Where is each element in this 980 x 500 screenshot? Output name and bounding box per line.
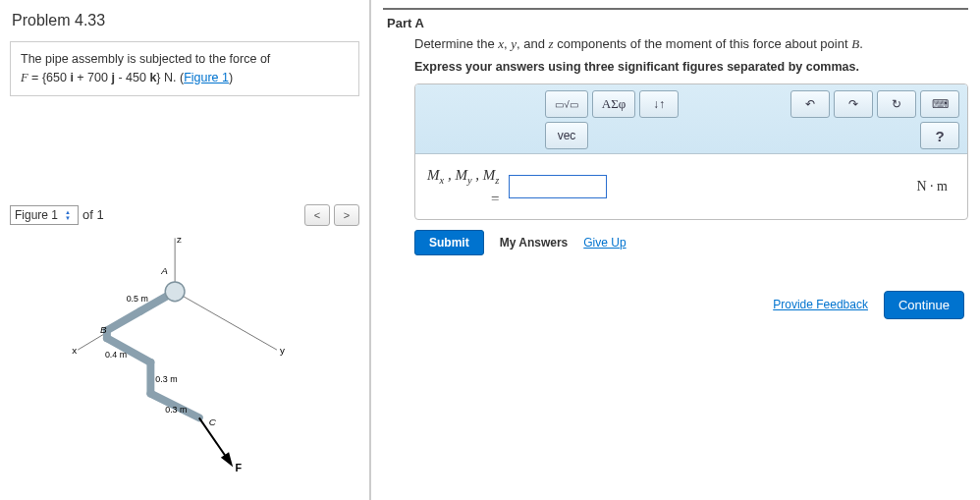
dim-0-3m-a: 0.3 m <box>155 373 177 383</box>
axis-y-label: y <box>280 345 285 356</box>
problem-statement: The pipe assembly is subjected to the fo… <box>10 41 359 96</box>
instruction-text: Express your answers using three signifi… <box>414 60 968 74</box>
reset-button[interactable]: ↻ <box>877 90 916 118</box>
figure-link-close: ) <box>229 71 233 84</box>
templates-button[interactable]: ▭√▭ <box>545 90 588 118</box>
problem-title: Problem 4.33 <box>12 12 357 29</box>
subscript-order-button[interactable]: ↓↑ <box>639 90 679 118</box>
greek-button[interactable]: ΑΣφ <box>592 90 635 118</box>
figure-next-button[interactable]: > <box>334 204 359 226</box>
question-text: Determine the x, y, and z components of … <box>414 36 968 52</box>
provide-feedback-link[interactable]: Provide Feedback <box>773 298 868 311</box>
submit-button[interactable]: Submit <box>414 230 484 255</box>
dim-0-3m-b: 0.3 m <box>165 405 187 415</box>
continue-button[interactable]: Continue <box>884 291 964 319</box>
dim-0-5m: 0.5 m <box>127 293 148 303</box>
answer-shell: ▭√▭ ΑΣφ ↓↑ ↶ ↷ ↻ ⌨ vec ? Mx , My , Mz= <box>414 83 968 220</box>
svg-marker-11 <box>223 453 232 464</box>
figure-of-text: of 1 <box>82 207 104 222</box>
help-button[interactable]: ? <box>920 122 959 149</box>
axis-x-label: x <box>72 345 77 356</box>
figure-link[interactable]: Figure 1 <box>184 71 229 84</box>
keyboard-button[interactable]: ⌨ <box>920 90 959 118</box>
figure-spinner-icon[interactable]: ▲▼ <box>62 208 74 222</box>
part-a-heading: Part A <box>387 16 968 30</box>
figure-prev-button[interactable]: < <box>304 204 330 226</box>
svg-line-1 <box>175 291 277 349</box>
problem-text-prefix: The pipe assembly is subjected to the fo… <box>21 52 270 66</box>
force-F-label: F <box>235 461 242 472</box>
answer-units: N · m <box>917 179 956 194</box>
svg-point-9 <box>165 281 185 301</box>
answer-input[interactable] <box>509 175 607 198</box>
undo-button[interactable]: ↶ <box>790 90 830 118</box>
give-up-link[interactable]: Give Up <box>583 236 626 250</box>
figure-selector-label: Figure 1 <box>15 208 58 222</box>
equation-toolbar: ▭√▭ ΑΣφ ↓↑ ↶ ↷ ↻ ⌨ vec ? <box>415 84 967 154</box>
point-B-label: B <box>100 324 107 335</box>
point-C-label: C <box>209 417 217 427</box>
dim-0-4m: 0.4 m <box>105 350 127 360</box>
answer-lhs: Mx , My , Mz= <box>427 166 499 207</box>
my-answers-link[interactable]: My Answers <box>500 236 569 250</box>
problem-force-expr: F = {650 i + 700 j - 450 k} N. <box>21 71 176 84</box>
figure-selector[interactable]: Figure 1 ▲▼ <box>10 205 79 225</box>
figure-diagram: z y x A B C 0.5 m 0.4 m 0.3 m 0.3 m <box>10 232 359 487</box>
svg-line-4 <box>107 310 141 330</box>
point-A-label: A <box>160 264 168 275</box>
redo-button[interactable]: ↷ <box>834 90 873 118</box>
vec-button[interactable]: vec <box>545 122 588 149</box>
axis-z-label: z <box>177 234 182 245</box>
